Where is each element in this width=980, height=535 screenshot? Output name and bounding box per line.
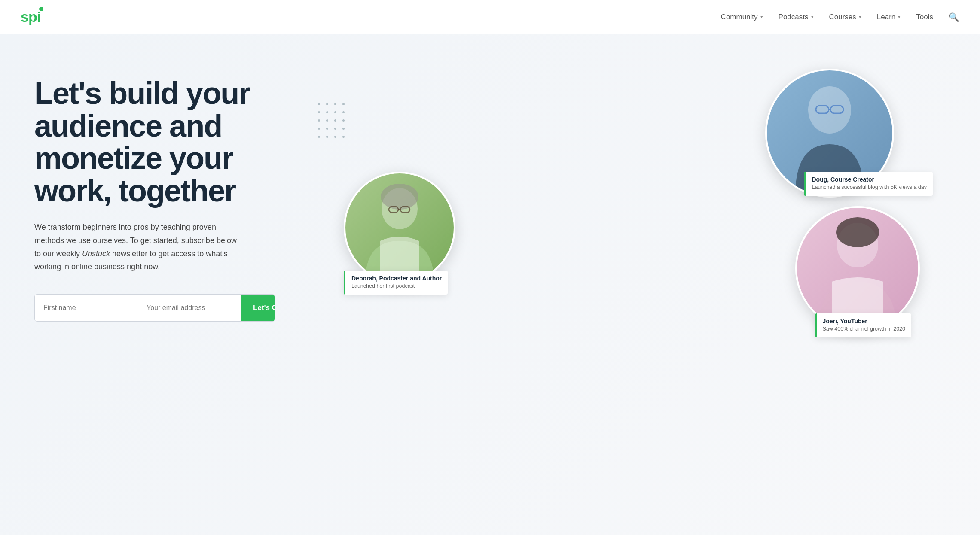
nav-item-community[interactable]: Community ▾ — [721, 13, 763, 21]
chevron-down-icon: ▾ — [760, 14, 763, 20]
nav-podcasts-label: Podcasts — [779, 13, 809, 21]
hero-section: Let's build your audience and monetize y… — [0, 34, 980, 535]
caption-card-doug: Doug, Course Creator Launched a successf… — [804, 172, 933, 196]
person-desc-doug: Launched a successful blog with 5K views… — [812, 184, 927, 192]
person-name-joeri: Joeri, YouTuber — [823, 318, 906, 325]
hero-right: Doug, Course Creator Launched a successf… — [309, 60, 946, 352]
hero-subtext: We transform beginners into pros by teac… — [34, 221, 241, 273]
caption-card-deborah: Deborah, Podcaster and Author Launched h… — [344, 271, 448, 295]
search-button[interactable]: 🔍 — [949, 12, 959, 22]
email-input[interactable] — [138, 295, 241, 321]
get-started-button[interactable]: Let's Get Started — [241, 295, 275, 321]
svg-point-5 — [381, 184, 418, 210]
person-name-doug: Doug, Course Creator — [812, 176, 927, 183]
chevron-down-icon: ▾ — [859, 14, 861, 20]
main-nav: spi Community ▾ Podcasts ▾ Courses ▾ Lea… — [0, 0, 980, 34]
nav-item-tools[interactable]: Tools — [916, 13, 933, 21]
nav-item-podcasts[interactable]: Podcasts ▾ — [779, 13, 814, 21]
nav-learn-label: Learn — [877, 13, 895, 21]
logo[interactable]: spi — [21, 9, 40, 25]
chevron-down-icon: ▾ — [898, 14, 901, 20]
nav-links: Community ▾ Podcasts ▾ Courses ▾ Learn ▾ — [721, 12, 959, 22]
svg-point-10 — [836, 217, 879, 247]
caption-card-joeri: Joeri, YouTuber Saw 400% channel growth … — [815, 313, 912, 337]
nav-courses-label: Courses — [829, 13, 856, 21]
person-desc-deborah: Launched her first podcast — [351, 283, 442, 290]
hero-left: Let's build your audience and monetize y… — [34, 60, 292, 322]
person-desc-joeri: Saw 400% channel growth in 2020 — [823, 325, 906, 333]
nav-item-courses[interactable]: Courses ▾ — [829, 13, 861, 21]
nav-community-label: Community — [721, 13, 758, 21]
person-name-deborah: Deborah, Podcaster and Author — [351, 275, 442, 282]
nav-item-learn[interactable]: Learn ▾ — [877, 13, 901, 21]
hero-headline: Let's build your audience and monetize y… — [34, 77, 292, 207]
first-name-input[interactable] — [35, 295, 138, 321]
search-icon[interactable]: 🔍 — [949, 12, 959, 22]
nav-tools-label: Tools — [916, 13, 933, 21]
person-circle-joeri — [795, 206, 920, 331]
chevron-down-icon: ▾ — [811, 14, 814, 20]
signup-form: Let's Get Started — [34, 294, 275, 322]
dot-pattern — [318, 103, 345, 138]
person-circle-deborah — [344, 172, 455, 283]
